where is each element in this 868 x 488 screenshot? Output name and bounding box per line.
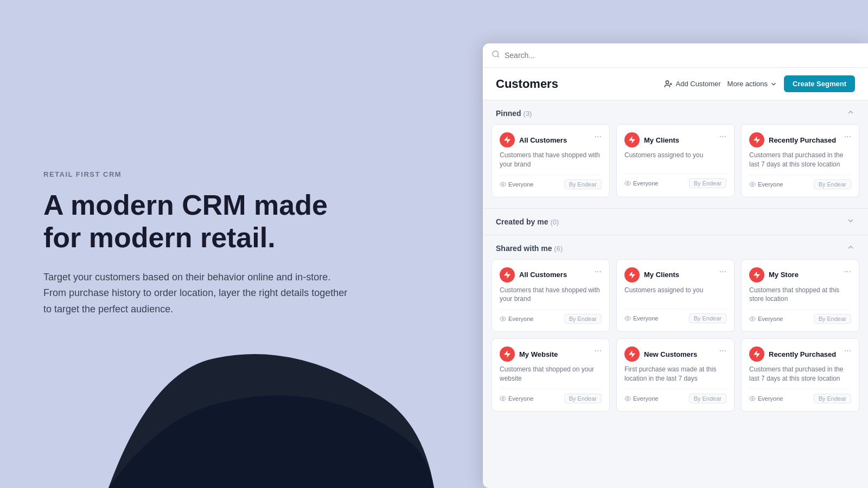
card-name: My Clients (644, 136, 679, 144)
crm-content: Pinned (3) All Custo (483, 100, 868, 488)
card-footer: Everyone By Endear (749, 309, 851, 324)
svg-point-3 (627, 183, 629, 184)
card-desc: Customers that shopped on your website (500, 365, 602, 383)
card-source: By Endear (564, 394, 602, 403)
created-title: Created by me (0) (496, 217, 559, 226)
card-visibility: Everyone (624, 315, 658, 322)
segment-icon (749, 132, 764, 147)
shared-with-me-section: Shared with me (6) A (483, 235, 868, 420)
visibility-label: Everyone (508, 395, 533, 402)
search-icon (492, 50, 500, 61)
svg-point-9 (627, 397, 629, 399)
visibility-label: Everyone (633, 180, 658, 187)
create-segment-button[interactable]: Create Segment (784, 75, 855, 92)
crm-header: Customers Add Customer More actions Crea… (483, 68, 868, 100)
card-more-icon[interactable]: ··· (595, 267, 602, 276)
add-customer-button[interactable]: Add Customer (664, 80, 721, 88)
card-source: By Endear (689, 394, 726, 403)
main-heading: A modern CRM made for modern retail. (43, 189, 353, 254)
segment-icon (624, 132, 640, 147)
card-desc: Customers assigned to you (624, 151, 726, 168)
segment-icon (749, 346, 764, 362)
visibility-label: Everyone (508, 316, 533, 322)
svg-point-2 (502, 183, 504, 185)
card-desc: Customers that have shopped with your br… (500, 286, 602, 304)
segment-icon (624, 346, 640, 362)
card-name: New Customers (644, 350, 697, 358)
svg-point-6 (627, 317, 629, 319)
card-more-icon[interactable]: ··· (595, 132, 602, 141)
pinned-chevron-up-icon[interactable] (846, 108, 855, 119)
card-more-icon[interactable]: ··· (719, 132, 726, 141)
card-desc: Customers assigned to you (624, 286, 726, 303)
card-more-icon[interactable]: ··· (844, 346, 851, 355)
shared-title: Shared with me (6) (496, 244, 563, 253)
segment-card[interactable]: My Clients ··· Customers assigned to you… (616, 124, 735, 197)
card-footer: Everyone By Endear (749, 175, 851, 189)
card-desc: Customers that purchased in the last 7 d… (749, 151, 851, 169)
card-footer: Everyone By Endear (624, 174, 726, 188)
created-section-header: Created by me (0) (483, 209, 868, 233)
card-name: Recently Purchased (769, 350, 836, 358)
search-bar (483, 43, 868, 68)
segment-card[interactable]: New Customers ··· First purchase was mad… (616, 338, 735, 412)
card-more-icon[interactable]: ··· (719, 346, 726, 355)
card-visibility: Everyone (500, 181, 533, 188)
visibility-label: Everyone (633, 395, 658, 402)
more-actions-label: More actions (727, 80, 768, 88)
card-name: My Store (769, 271, 799, 279)
card-footer: Everyone By Endear (749, 389, 851, 403)
svg-point-7 (752, 318, 754, 320)
segment-icon (500, 267, 515, 282)
card-more-icon[interactable]: ··· (844, 267, 851, 276)
segment-card[interactable]: My Website ··· Customers that shopped on… (492, 338, 610, 412)
svg-point-4 (752, 183, 754, 185)
segment-icon (749, 267, 764, 282)
card-more-icon[interactable]: ··· (719, 267, 726, 276)
card-visibility: Everyone (749, 181, 783, 188)
svg-point-0 (493, 51, 499, 57)
card-more-icon[interactable]: ··· (844, 132, 851, 141)
create-segment-label: Create Segment (793, 80, 846, 88)
visibility-label: Everyone (633, 315, 658, 322)
card-source: By Endear (814, 394, 851, 403)
card-source: By Endear (564, 179, 602, 189)
card-source: By Endear (689, 178, 726, 188)
crm-panel: Customers Add Customer More actions Crea… (483, 43, 868, 488)
segment-card[interactable]: My Store ··· Customers that shopped at t… (741, 259, 859, 332)
svg-point-1 (666, 81, 668, 84)
card-visibility: Everyone (500, 395, 533, 402)
created-chevron-down-icon[interactable] (846, 216, 855, 227)
search-input[interactable] (505, 51, 859, 60)
card-source: By Endear (814, 314, 851, 324)
card-desc: Customers that have shopped with your br… (500, 151, 602, 169)
visibility-label: Everyone (758, 181, 783, 188)
segment-card[interactable]: All Customers ··· Customers that have sh… (492, 124, 610, 197)
segment-card[interactable]: All Customers ··· Customers that have sh… (492, 259, 610, 332)
header-actions: Add Customer More actions Create Segment (664, 75, 856, 92)
card-visibility: Everyone (624, 180, 658, 187)
segment-card[interactable]: Recently Purchased ··· Customers that pu… (741, 338, 859, 412)
card-footer: Everyone By Endear (624, 389, 726, 403)
shared-chevron-up-icon[interactable] (846, 243, 855, 254)
pinned-section: Pinned (3) All Custo (483, 100, 868, 206)
card-visibility: Everyone (624, 395, 658, 402)
segment-card[interactable]: Recently Purchased ··· Customers that pu… (741, 124, 859, 197)
card-source: By Endear (689, 313, 726, 323)
card-name: My Clients (644, 271, 679, 279)
card-footer: Everyone By Endear (624, 309, 726, 323)
card-footer: Everyone By Endear (500, 175, 602, 189)
visibility-label: Everyone (758, 395, 783, 402)
card-more-icon[interactable]: ··· (595, 346, 602, 355)
more-actions-button[interactable]: More actions (727, 80, 777, 88)
segment-icon (500, 346, 515, 362)
visibility-label: Everyone (508, 181, 533, 188)
segment-card[interactable]: My Clients ··· Customers assigned to you… (616, 259, 735, 332)
shared-cards-grid: All Customers ··· Customers that have sh… (483, 259, 868, 420)
card-desc: Customers that purchased in the last 7 d… (749, 365, 851, 383)
segment-icon (624, 267, 640, 282)
segment-icon (500, 132, 515, 147)
pinned-title: Pinned (3) (496, 109, 532, 118)
pinned-section-header: Pinned (3) (483, 100, 868, 124)
add-customer-label: Add Customer (676, 80, 721, 88)
